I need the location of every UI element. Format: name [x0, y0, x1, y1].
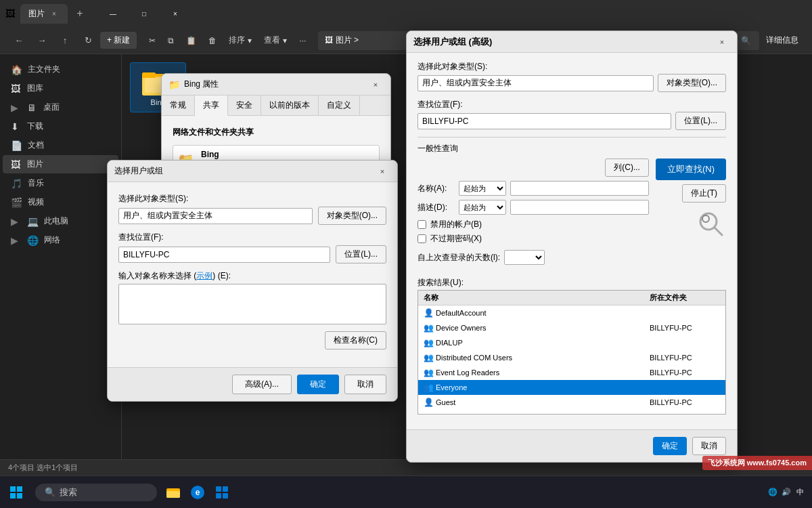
user-icon: 👤 [424, 308, 433, 318]
tray-network[interactable]: 🌐 [768, 488, 777, 496]
search-now-btn[interactable]: 立即查找(N) [656, 158, 726, 180]
taskbar-search[interactable]: 🔍 搜索 [35, 484, 157, 501]
music-icon: 🎵 [11, 178, 22, 189]
bing-props-icon: 📁 [168, 79, 180, 90]
result-name: DIALUP [436, 339, 463, 347]
documents-icon: 📄 [11, 140, 22, 151]
start-button[interactable] [0, 476, 32, 509]
new-button[interactable]: + 新建 [100, 32, 137, 49]
delete-btn[interactable]: 🗑 [203, 33, 222, 48]
location-input[interactable] [118, 247, 330, 263]
taskbar-time[interactable]: 中 [796, 487, 804, 497]
close-btn[interactable]: × [160, 3, 191, 24]
adv-cancel-btn[interactable]: 取消 [692, 437, 726, 455]
results-row[interactable]: 👥 Event Log Readers BILLYFU-PC [418, 365, 725, 380]
sidebar-item-network[interactable]: ▶ 🌐 网络 [3, 231, 118, 249]
tab-general[interactable]: 常规 [162, 96, 195, 115]
cut-btn[interactable]: ✂ [143, 33, 161, 48]
taskbar-app-store[interactable] [211, 482, 233, 503]
forward-btn[interactable]: → [31, 30, 53, 51]
adv-location-btn[interactable]: 位置(L)... [675, 112, 726, 130]
refresh-btn[interactable]: ↻ [77, 30, 99, 51]
example-link[interactable]: 示例 [196, 271, 212, 280]
share-section-title: 网络文件和文件夹共享 [173, 127, 380, 138]
results-row[interactable]: 👥 Everyone [418, 380, 725, 395]
svg-rect-2 [142, 72, 156, 78]
taskbar-app-explorer[interactable] [162, 482, 184, 503]
sidebar-item-music[interactable]: 🎵 音乐 [3, 174, 118, 192]
taskbar-app-edge[interactable]: e [187, 482, 208, 503]
tab-close-btn[interactable]: × [49, 8, 60, 19]
advanced-btn[interactable]: 高级(A)... [232, 375, 292, 394]
results-row[interactable]: 👥 Guests BILLYFU-PC [418, 410, 725, 414]
tab-custom[interactable]: 自定义 [319, 96, 360, 115]
adv-location-input[interactable] [418, 113, 671, 129]
adv-desc-filter[interactable]: 起始为 [459, 200, 506, 215]
detail-btn[interactable]: 详细信息 [761, 32, 804, 49]
result-location: BILLYFU-PC [644, 322, 725, 333]
sidebar-item-videos[interactable]: 🎬 视频 [3, 193, 118, 211]
checkbox-disabled-accounts[interactable] [418, 220, 426, 229]
list-col-btn[interactable]: 列(C)... [605, 158, 649, 177]
adv-name-input[interactable] [510, 181, 649, 196]
enter-name-textarea[interactable] [118, 284, 386, 324]
minimize-btn[interactable]: — [97, 3, 129, 24]
results-row[interactable]: 👤 Guest BILLYFU-PC [418, 395, 725, 410]
object-type-btn[interactable]: 对象类型(O)... [318, 207, 386, 225]
tab-previous[interactable]: 以前的版本 [261, 96, 319, 115]
more-btn[interactable]: ··· [294, 33, 311, 48]
check-names-btn[interactable]: 检查名称(C) [325, 331, 386, 350]
result-name: Guests [436, 413, 459, 414]
network-icon: 🌐 [27, 235, 39, 246]
tab-share[interactable]: 共享 [195, 96, 228, 116]
results-row[interactable]: 👥 DIALUP [418, 335, 725, 350]
back-btn[interactable]: ← [8, 30, 30, 51]
adv-object-type-btn[interactable]: 对象类型(O)... [658, 74, 726, 92]
sort-btn[interactable]: 排序 ▾ [223, 32, 257, 49]
sidebar-item-desktop[interactable]: ▶ 🖥 桌面 [3, 98, 118, 117]
stop-btn[interactable]: 停止(T) [682, 184, 726, 203]
adv-object-type-input[interactable] [418, 75, 654, 91]
view-btn[interactable]: 查看 ▾ [258, 32, 292, 49]
checkbox-no-expire[interactable] [418, 234, 426, 243]
checkbox-no-expire-label: 不过期密码(X) [430, 233, 482, 245]
adv-ok-btn[interactable]: 确定 [653, 437, 687, 455]
copy-btn[interactable]: ⧉ [162, 33, 179, 48]
sidebar-item-downloads[interactable]: ⬇ 下载 [3, 117, 118, 135]
select-user-small-ok[interactable]: 确定 [297, 375, 339, 394]
up-btn[interactable]: ↑ [54, 30, 76, 51]
object-type-input[interactable] [118, 208, 313, 224]
adv-name-filter[interactable]: 起始为 [459, 181, 506, 196]
svg-rect-15 [216, 486, 221, 492]
adv-desc-input[interactable] [510, 200, 649, 215]
sidebar-item-home[interactable]: 🏠 主文件夹 [3, 60, 118, 79]
maximize-btn[interactable]: □ [129, 3, 160, 24]
location-btn[interactable]: 位置(L)... [336, 245, 386, 263]
adv-title: 选择用户或组 (高级) [413, 36, 714, 48]
explorer-tab[interactable]: 图片 × [20, 4, 68, 24]
paste-btn[interactable]: 📋 [181, 33, 202, 48]
result-location [644, 386, 725, 389]
sidebar-item-pictures[interactable]: 🖼 图片 [3, 155, 118, 173]
results-row[interactable]: 👥 Distributed COM Users BILLYFU-PC [418, 350, 725, 365]
expand-icon: ▶ [11, 102, 22, 113]
sidebar-item-documents[interactable]: 📄 文档 [3, 136, 118, 154]
taskbar-right: 🌐 🔊 中 [768, 487, 812, 497]
results-container: 👤 DefaultAccount 👥 Device Owners BILLYFU… [418, 305, 725, 414]
svg-point-6 [702, 215, 709, 222]
results-row[interactable]: 👥 Device Owners BILLYFU-PC [418, 320, 725, 335]
new-tab-btn[interactable]: + [70, 4, 89, 23]
last-logon-select[interactable] [504, 250, 545, 265]
bing-props-close[interactable]: × [367, 78, 384, 91]
select-user-small-close[interactable]: × [374, 165, 390, 178]
select-user-small-cancel[interactable]: 取消 [344, 375, 386, 394]
sidebar-item-gallery[interactable]: 🖼 图库 [3, 79, 118, 98]
search-box[interactable]: 🔍 [736, 31, 759, 50]
tray-sound[interactable]: 🔊 [782, 488, 791, 496]
adv-desc-label: 描述(D): [418, 202, 455, 213]
adv-close-btn[interactable]: × [714, 35, 730, 49]
results-row[interactable]: 👤 DefaultAccount [418, 305, 725, 320]
tab-security[interactable]: 安全 [228, 96, 261, 115]
bing-props-titlebar: 📁 Bing 属性 × [162, 74, 390, 96]
sidebar-item-thispc[interactable]: ▶ 💻 此电脑 [3, 212, 118, 230]
